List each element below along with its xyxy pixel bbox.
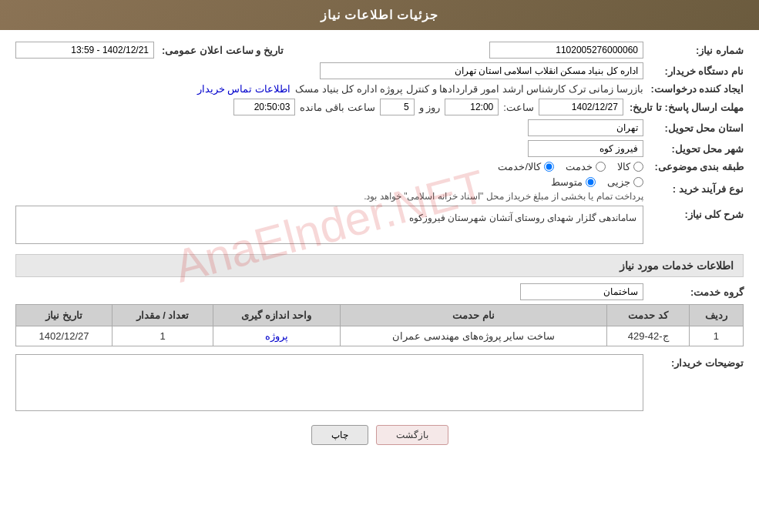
- print-button[interactable]: چاپ: [311, 425, 368, 445]
- buyer-notes-textarea[interactable]: [15, 354, 643, 411]
- radio-jazii[interactable]: [633, 177, 643, 187]
- deadline-label: مهلت ارسال پاسخ: تا تاریخ:: [623, 102, 744, 113]
- content-area: شماره نیاز: تاریخ و ساعت اعلان عمومی: نا…: [0, 30, 759, 457]
- sharh-row: شرح کلی نیاز: AnaElnder.NET: [15, 206, 744, 246]
- classification-row: طبقه بندی موضوعی: کالا خدمت کالا/خدمت: [15, 161, 744, 172]
- cell-code: ج-42-429: [607, 326, 689, 346]
- radio-moutavaset[interactable]: [586, 177, 596, 187]
- creator-link[interactable]: اطلاعات تماس خریدار: [197, 83, 291, 95]
- services-section-title: اطلاعات خدمات مورد نیاز: [15, 254, 744, 277]
- sharh-textarea[interactable]: [15, 206, 643, 244]
- radio-khadamat-label[interactable]: خدمت: [566, 161, 606, 172]
- shmara-label: شماره نیاز:: [643, 45, 744, 56]
- radio-kala-khadamat-label[interactable]: کالا/خدمت: [498, 161, 554, 172]
- radio-moutavaset-text: متوسط: [551, 176, 583, 188]
- buyer-notes-row: توضیحات خریدار:: [15, 354, 744, 413]
- ostan-input[interactable]: [528, 119, 643, 136]
- time-label: ساعت:: [503, 102, 534, 113]
- back-button[interactable]: بازگشت: [376, 425, 448, 445]
- cell-date: 1402/12/27: [16, 326, 113, 346]
- date-input[interactable]: [539, 99, 623, 115]
- radio-jazii-text: جزیی: [607, 176, 630, 188]
- remaining-input[interactable]: [233, 99, 295, 115]
- radio-jazii-label[interactable]: جزیی: [607, 176, 643, 188]
- shmara-niaz-input[interactable]: [489, 42, 643, 59]
- remaining-label: ساعت باقی مانده: [300, 102, 374, 113]
- dastagah-input[interactable]: [320, 62, 643, 79]
- dastagah-row: نام دستگاه خریدار:: [15, 62, 744, 79]
- cell-name: ساخت سایر پروژه‌های مهندسی عمران: [340, 326, 607, 346]
- days-input[interactable]: [380, 99, 415, 115]
- group-input[interactable]: [520, 283, 643, 300]
- cell-unit[interactable]: پروژه: [213, 326, 340, 346]
- col-name: نام حدمت: [340, 305, 607, 326]
- shmara-row: شماره نیاز: تاریخ و ساعت اعلان عمومی:: [15, 42, 744, 59]
- cell-quantity: 1: [113, 326, 213, 346]
- services-table: ردیف کد حدمت نام حدمت واحد اندازه گیری ت…: [15, 304, 744, 346]
- naoe-radio-group: جزیی متوسط: [15, 176, 643, 188]
- page-wrapper: جزئیات اطلاعات نیاز شماره نیاز: تاریخ و …: [0, 0, 759, 532]
- announce-label: تاریخ و ساعت اعلان عمومی:: [162, 45, 284, 56]
- deadline-row: مهلت ارسال پاسخ: تا تاریخ: ساعت: روز و س…: [15, 99, 744, 115]
- radio-kala-label[interactable]: کالا: [617, 161, 643, 172]
- radio-kala-khadamat-text: کالا/خدمت: [498, 161, 541, 172]
- page-title: جزئیات اطلاعات نیاز: [321, 8, 439, 22]
- radio-kala[interactable]: [633, 162, 643, 172]
- classification-label: طبقه بندی موضوعی:: [643, 161, 744, 172]
- creator-row: ایجاد کننده درخواست: بازرسا زمانی ترک کا…: [15, 83, 744, 95]
- buyer-notes-label: توضیحات خریدار:: [643, 354, 744, 369]
- radio-khadamat[interactable]: [596, 162, 606, 172]
- shahr-input[interactable]: [528, 140, 643, 157]
- naoe-farayand-row: نوع فرآیند خرید : جزیی متوسط پرداخت تمام…: [15, 176, 744, 202]
- naoe-farayand-label: نوع فرآیند خرید :: [643, 183, 744, 195]
- radio-kala-khadamat[interactable]: [544, 162, 554, 172]
- shahr-label: شهر محل تحویل:: [643, 143, 744, 155]
- creator-value: بازرسا زمانی ترک کارشناس ارشد امور قرارد…: [295, 83, 643, 95]
- col-code: کد حدمت: [607, 305, 689, 326]
- time-input[interactable]: [445, 99, 499, 115]
- col-date: تاریخ نیاز: [16, 305, 113, 326]
- col-radif: ردیف: [689, 305, 743, 326]
- naoe-payment-text: پرداخت تمام یا بخشی از مبلغ خریداز محل "…: [364, 191, 643, 202]
- group-row: گروه خدمت:: [15, 283, 744, 300]
- radio-moutavaset-label[interactable]: متوسط: [551, 176, 596, 188]
- ostan-label: استان محل تحویل:: [643, 122, 744, 134]
- radio-kala-text: کالا: [617, 161, 630, 172]
- sharh-label: شرح کلی نیاز:: [643, 206, 744, 220]
- days-label: روز و: [419, 102, 441, 113]
- radio-khadamat-text: خدمت: [566, 161, 593, 172]
- dastagah-label: نام دستگاه خریدار:: [643, 65, 744, 77]
- shahr-row: شهر محل تحویل:: [15, 140, 744, 157]
- button-group: بازگشت چاپ: [15, 425, 744, 445]
- classification-radio-group: کالا خدمت کالا/خدمت: [15, 161, 643, 172]
- table-row: 1 ج-42-429 ساخت سایر پروژه‌های مهندسی عم…: [16, 326, 744, 346]
- page-header: جزئیات اطلاعات نیاز: [0, 0, 759, 30]
- cell-radif: 1: [689, 326, 743, 346]
- col-quantity: تعداد / مقدار: [113, 305, 213, 326]
- ostan-row: استان محل تحویل:: [15, 119, 744, 136]
- group-label: گروه خدمت:: [643, 286, 744, 298]
- announce-value-input[interactable]: [15, 42, 154, 59]
- creator-label: ایجاد کننده درخواست:: [643, 83, 744, 95]
- col-unit: واحد اندازه گیری: [213, 305, 340, 326]
